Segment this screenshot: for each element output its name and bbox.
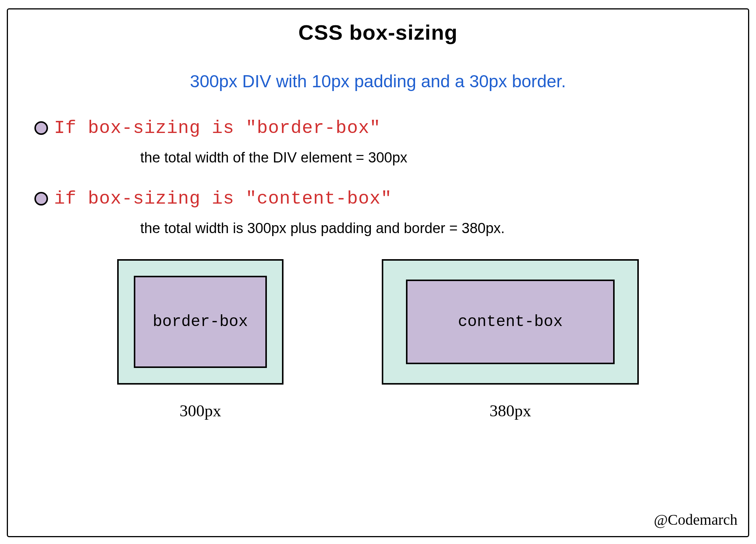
content-box-example: content-box 380px (382, 259, 639, 420)
border-area: content-box (382, 259, 639, 385)
box-label: content-box (458, 313, 562, 331)
bullet-border-box: If box-sizing is "border-box" (34, 118, 722, 138)
content-area: border-box (134, 276, 267, 368)
bullet-heading: if box-sizing is "content-box" (54, 189, 392, 209)
page-title: CSS box-sizing (8, 20, 748, 45)
border-area: border-box (117, 259, 284, 385)
bullet-body: the total width of the DIV element = 300… (140, 150, 722, 166)
subtitle: 300px DIV with 10px padding and a 30px b… (8, 71, 748, 91)
border-box-example: border-box 300px (117, 259, 284, 420)
author-credit: @Codemarch (654, 511, 737, 529)
box-caption: 300px (180, 401, 221, 420)
bullet-content-box: if box-sizing is "content-box" (34, 189, 722, 209)
diagram-card: CSS box-sizing 300px DIV with 10px paddi… (7, 8, 749, 537)
circle-bullet-icon (34, 121, 48, 135)
bullet-heading: If box-sizing is "border-box" (54, 118, 381, 138)
bullet-body: the total width is 300px plus padding an… (140, 220, 722, 236)
box-label: border-box (153, 313, 248, 331)
box-caption: 380px (490, 401, 531, 420)
box-diagram-row: border-box 300px content-box 380px (8, 259, 748, 420)
content-area: content-box (406, 280, 615, 364)
circle-bullet-icon (34, 192, 48, 206)
bullet-list: If box-sizing is "border-box" the total … (8, 118, 748, 236)
